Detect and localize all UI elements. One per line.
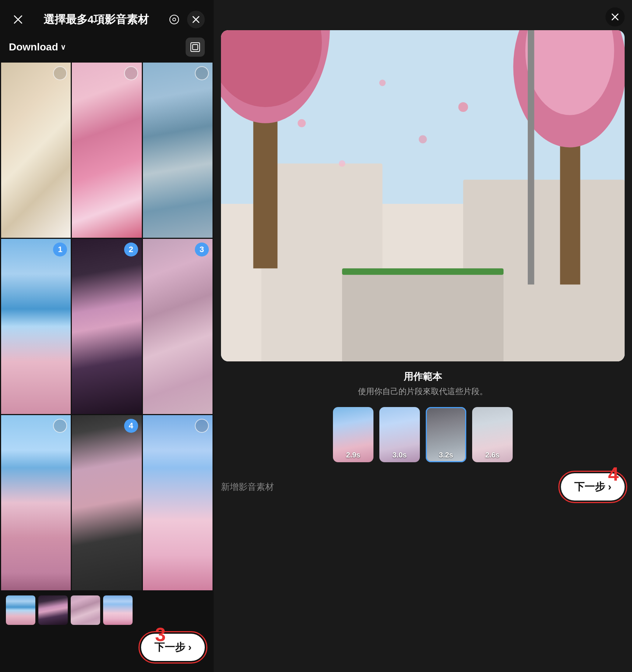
grid-cell-9[interactable] — [143, 415, 213, 590]
chevron-down-icon: ∨ — [60, 43, 66, 52]
top-bar: 選擇最多4項影音素材 — [0, 0, 214, 35]
clip-4-duration: 2.6s — [472, 451, 513, 459]
left-panel: 選擇最多4項影音素材 Download ∨ — [0, 0, 214, 672]
preview-container — [221, 30, 625, 361]
svg-point-28 — [379, 79, 386, 86]
thumbnail-1[interactable] — [6, 595, 35, 625]
selection-circle-2 — [124, 66, 138, 80]
svg-point-29 — [458, 102, 468, 112]
right-panel: 用作範本 使用你自己的片段來取代這些片段。 2.9s 3.0s 3.2s 2.6… — [214, 0, 632, 672]
grid-cell-7[interactable] — [1, 415, 71, 590]
grid-cell-5[interactable]: 2 — [72, 239, 141, 414]
grid-cell-1[interactable] — [1, 63, 71, 238]
thumbnail-3[interactable] — [71, 595, 100, 625]
annotation-4: 4 — [608, 463, 619, 485]
clip-2-duration: 3.0s — [379, 451, 420, 459]
thumbnails-strip — [0, 590, 214, 630]
clip-4[interactable]: 2.6s — [472, 407, 513, 462]
template-title: 用作範本 — [221, 370, 625, 383]
svg-rect-26 — [342, 268, 503, 275]
multi-select-button[interactable] — [186, 38, 205, 57]
thumbnail-2[interactable] — [38, 595, 68, 625]
right-close-button[interactable] — [605, 7, 625, 26]
clip-3[interactable]: 3.2s — [426, 407, 466, 462]
selection-circle-9 — [195, 419, 209, 433]
grid-cell-2[interactable] — [72, 63, 141, 238]
add-media-button[interactable]: 新增影音素材 — [221, 481, 274, 493]
clips-row: 2.9s 3.0s 3.2s 2.6s — [221, 403, 625, 468]
left-close-button[interactable] — [9, 10, 27, 29]
annotation-3: 3 — [155, 623, 166, 646]
clip-2[interactable]: 3.0s — [379, 407, 420, 462]
svg-rect-6 — [191, 43, 200, 52]
svg-point-31 — [419, 135, 427, 144]
selection-circle-1 — [53, 66, 67, 80]
svg-rect-25 — [528, 30, 534, 284]
grid-cell-8[interactable]: 4 — [72, 415, 141, 590]
left-bottom-row: 3 下一步 › — [0, 630, 214, 672]
selection-badge-4: 4 — [124, 419, 138, 433]
settings-button[interactable] — [165, 10, 183, 29]
clip-1[interactable]: 2.9s — [333, 407, 373, 462]
selection-circle-3 — [195, 66, 209, 80]
preview-image — [221, 30, 625, 361]
template-desc: 使用你自己的片段來取代這些片段。 — [221, 386, 625, 397]
grid-cell-3[interactable] — [143, 63, 213, 238]
svg-rect-7 — [193, 45, 198, 50]
clip-3-duration: 3.2s — [426, 451, 466, 459]
media-grid: 1 2 3 4 — [0, 63, 214, 590]
right-bottom-row: 新增影音素材 4 下一步 › — [221, 468, 625, 512]
toolbar-row: Download ∨ — [0, 35, 214, 63]
svg-point-30 — [339, 160, 345, 167]
svg-rect-14 — [342, 268, 503, 361]
svg-point-3 — [173, 18, 176, 21]
right-top-bar — [221, 7, 625, 30]
left-next-button[interactable]: 下一步 › — [141, 634, 205, 661]
selection-badge-3: 3 — [195, 243, 209, 257]
close-x-button[interactable] — [187, 11, 205, 28]
grid-cell-6[interactable]: 3 — [143, 239, 213, 414]
svg-point-27 — [298, 119, 306, 127]
svg-point-2 — [170, 15, 179, 24]
selection-badge-1: 1 — [53, 243, 67, 257]
template-info: 用作範本 使用你自己的片段來取代這些片段。 — [221, 361, 625, 403]
selection-circle-7 — [53, 419, 67, 433]
grid-cell-4[interactable]: 1 — [1, 239, 71, 414]
selection-badge-2: 2 — [124, 243, 138, 257]
page-title: 選擇最多4項影音素材 — [27, 12, 165, 27]
clip-1-duration: 2.9s — [333, 451, 373, 459]
download-button[interactable]: Download ∨ — [9, 41, 66, 53]
chevron-right-icon: › — [188, 641, 192, 653]
thumbnail-4[interactable] — [103, 595, 133, 625]
